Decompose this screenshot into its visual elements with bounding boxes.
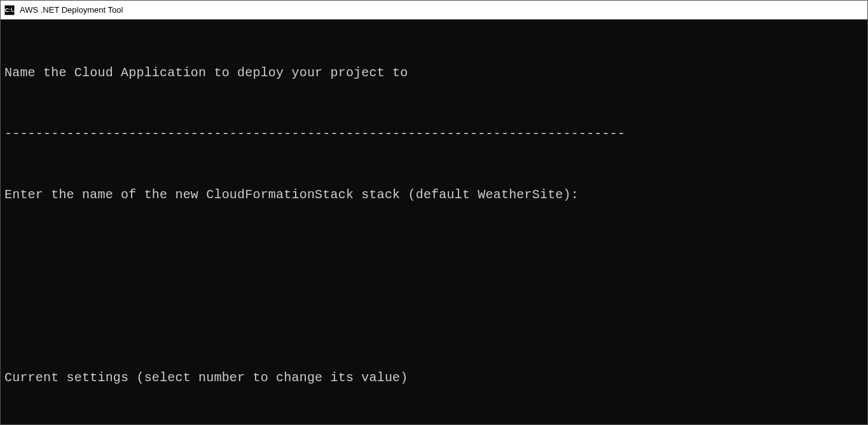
window-title: AWS .NET Deployment Tool [20, 5, 123, 15]
terminal-line-header: Name the Cloud Application to deploy you… [4, 63, 864, 83]
terminal-area[interactable]: Name the Cloud Application to deploy you… [1, 20, 867, 424]
terminal-prompt-stack: Enter the name of the new CloudFormation… [4, 185, 864, 205]
terminal-divider: ----------------------------------------… [4, 124, 864, 144]
terminal-settings-header: Current settings (select number to chang… [4, 368, 864, 388]
app-icon: C:\. [4, 5, 15, 15]
app-window: C:\. AWS .NET Deployment Tool Name the C… [0, 0, 868, 425]
titlebar[interactable]: C:\. AWS .NET Deployment Tool [1, 1, 867, 20]
terminal-blank [4, 246, 864, 266]
terminal-blank [4, 307, 864, 327]
